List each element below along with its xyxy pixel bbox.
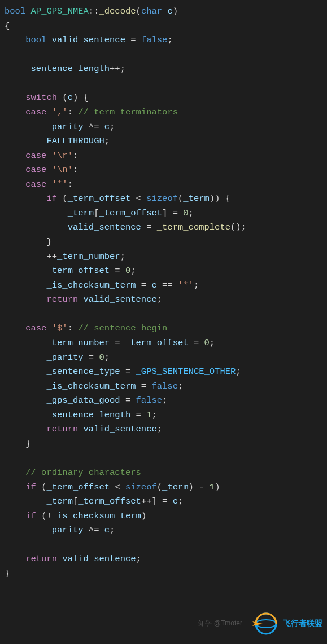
code-token: ;	[104, 136, 110, 146]
code-token: ] =	[162, 208, 183, 218]
svg-point-3	[256, 614, 276, 634]
code-line: case '$': // sentence begin	[5, 321, 327, 336]
code-token: 0	[125, 266, 130, 276]
code-line: valid_sentence = _term_complete();	[5, 220, 327, 235]
code-token: (	[178, 193, 183, 204]
code-token: _sentence_length	[46, 410, 130, 420]
code-token: }	[25, 439, 30, 449]
code-line: FALLTHROUGH;	[5, 134, 327, 149]
code-token: ();	[230, 222, 246, 232]
code-token: ;	[178, 381, 183, 391]
code-token	[46, 107, 51, 117]
code-token: valid_sentence	[52, 35, 125, 45]
code-line: return valid_sentence;	[5, 293, 327, 307]
code-token: // ordinary characters	[25, 467, 141, 478]
code-token: return	[46, 294, 78, 305]
code-line: _parity = 0;	[5, 351, 327, 365]
code-line: ++_term_number;	[5, 250, 327, 264]
code-token: [	[73, 496, 78, 506]
code-token: _term_offset	[78, 496, 141, 506]
code-token: ^=	[84, 525, 104, 535]
code-token: (	[57, 193, 68, 204]
code-token: <	[130, 193, 146, 204]
code-token: ;	[151, 410, 156, 420]
code-token: case	[25, 323, 46, 333]
code-token: _term_number	[46, 338, 110, 348]
code-line: if (_term_offset < sizeof(_term) - 1)	[5, 480, 327, 495]
code-token: ;	[167, 35, 172, 45]
code-token: =	[120, 395, 136, 405]
code-token: 0	[204, 338, 209, 348]
code-token: ;	[189, 208, 194, 218]
code-token: valid_sentence	[84, 294, 157, 305]
code-line: bool AP_GPS_NMEA::_decode(char c)	[5, 5, 327, 19]
code-token: _parity	[46, 352, 83, 363]
code-token: c	[167, 6, 172, 16]
code-token: =	[136, 280, 152, 290]
code-token: _decode	[99, 6, 136, 16]
code-token: _term	[183, 193, 210, 204]
code-token: :	[68, 323, 79, 333]
code-token: ++] =	[141, 496, 173, 506]
code-line: case '\n':	[5, 163, 327, 178]
code-token: (	[157, 482, 162, 492]
code-token: ;	[130, 266, 136, 276]
code-token	[25, 6, 30, 16]
code-token: =	[120, 367, 136, 377]
code-token: (	[136, 6, 141, 16]
site-logo: 飞行者联盟	[249, 611, 322, 636]
code-token: case	[25, 179, 46, 189]
code-token	[46, 151, 51, 161]
code-token: ;	[157, 294, 162, 305]
code-token: 1	[210, 482, 215, 492]
code-token: _term_complete	[157, 222, 230, 232]
code-token: _is_checksum_term	[52, 511, 141, 521]
code-line: }	[5, 235, 327, 250]
code-token: :	[73, 151, 78, 161]
code-token: sizeof	[146, 193, 178, 204]
code-block: bool AP_GPS_NMEA::_decode(char c){ bool …	[0, 0, 327, 586]
code-token: ++	[46, 252, 57, 262]
code-token: <	[110, 482, 125, 492]
code-line: case '*':	[5, 178, 327, 192]
code-token: ;	[110, 122, 115, 132]
svg-point-1	[256, 614, 276, 634]
code-token: if	[46, 193, 57, 204]
code-token: _term_offset	[46, 266, 110, 276]
code-token: :	[68, 179, 73, 189]
code-token: =	[110, 266, 125, 276]
code-token: ;	[236, 367, 241, 377]
code-token: '$'	[52, 323, 68, 333]
code-token: ;	[194, 280, 199, 290]
code-token: ;	[157, 424, 162, 434]
code-token: sizeof	[125, 482, 157, 492]
code-token: // term terminators	[78, 107, 178, 117]
code-token: =	[141, 222, 157, 232]
code-token: ','	[52, 107, 68, 117]
code-token: _term_offset	[99, 208, 162, 218]
code-line	[5, 451, 327, 466]
code-token: ;	[210, 338, 215, 348]
code-token: _term	[162, 482, 189, 492]
code-token: return	[46, 424, 78, 434]
code-token: )	[141, 511, 146, 521]
code-token: char	[141, 6, 162, 16]
code-token: _term_offset	[46, 482, 110, 492]
code-token: c	[104, 122, 110, 132]
code-token: ^=	[84, 122, 104, 132]
code-token: '\n'	[52, 165, 73, 175]
code-token: {	[5, 21, 10, 31]
code-token: _term_number	[57, 252, 120, 262]
code-token: ;	[162, 395, 167, 405]
code-token: =	[84, 352, 99, 363]
code-token: _term_offset	[68, 193, 131, 204]
code-token: if	[25, 511, 36, 521]
code-line	[5, 307, 327, 322]
code-token: =	[136, 381, 152, 391]
code-line: return valid_sentence;	[5, 422, 327, 437]
code-line: _gps_data_good = false;	[5, 394, 327, 408]
watermark-text: 知乎 @Tmoter	[198, 618, 242, 629]
code-token: ==	[157, 280, 178, 290]
code-token: case	[25, 107, 46, 117]
code-token: c	[68, 92, 73, 103]
